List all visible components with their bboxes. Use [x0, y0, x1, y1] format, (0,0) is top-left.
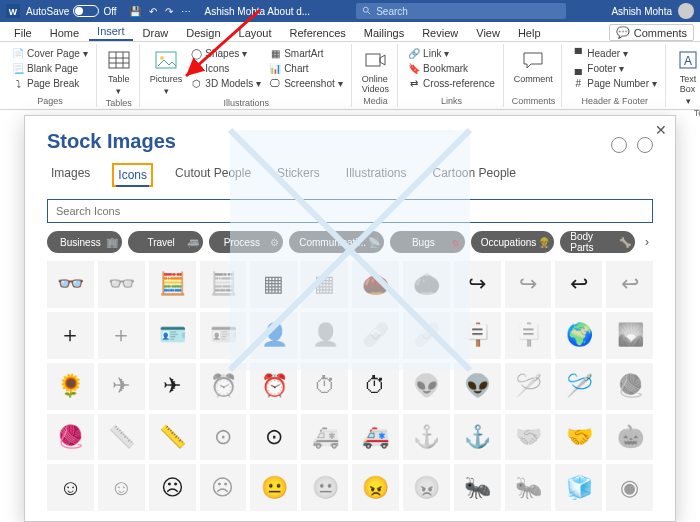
icons-button[interactable]: ✿Icons — [188, 61, 263, 75]
icon-face-happy[interactable]: ☺ — [98, 464, 145, 511]
icon-face-meh[interactable]: 😐 — [250, 464, 297, 511]
icon-plus[interactable]: ＋ — [47, 312, 94, 359]
shapes-button[interactable]: ◯Shapes ▾ — [188, 46, 263, 60]
icon-turn-right[interactable]: ↪ — [454, 261, 501, 308]
icon-needle[interactable]: 🪡 — [505, 363, 552, 410]
tab-insert[interactable]: Insert — [89, 23, 133, 41]
cat-business[interactable]: Business🏢 — [47, 231, 122, 253]
icon-acorn[interactable]: 🌰 — [352, 261, 399, 308]
document-title[interactable]: Ashish Mohta About d... — [205, 6, 311, 17]
icon-button-dots[interactable]: ⊙ — [200, 414, 247, 461]
icon-face-sad[interactable]: ☹ — [200, 464, 247, 511]
icon-africa[interactable]: 🌍 — [555, 312, 602, 359]
icon-antarctica[interactable]: 🧊 — [555, 464, 602, 511]
dlg-tab-stickers[interactable]: Stickers — [273, 163, 324, 187]
cat-bugs[interactable]: Bugs🐞 — [390, 231, 465, 253]
online-videos-button[interactable]: Online Videos — [360, 46, 391, 96]
icon-abacus[interactable]: 🧮 — [200, 261, 247, 308]
avatar[interactable] — [678, 3, 694, 19]
bookmark-button[interactable]: 🔖Bookmark — [406, 61, 497, 75]
cat-process[interactable]: Process⚙ — [209, 231, 284, 253]
icon-hands[interactable]: 🤝 — [505, 414, 552, 461]
icon-id-card[interactable]: 🪪 — [200, 312, 247, 359]
cat-occupations[interactable]: Occupations👷 — [471, 231, 555, 253]
icon-turn-left[interactable]: ↩ — [606, 261, 653, 308]
footer-button[interactable]: ▄Footer ▾ — [570, 61, 659, 75]
icon-ambulance[interactable]: 🚑 — [352, 414, 399, 461]
comment-button[interactable]: Comment — [512, 46, 555, 86]
dlg-tab-cartoon[interactable]: Cartoon People — [429, 163, 520, 187]
3d-models-button[interactable]: ⬡3D Models ▾ — [188, 76, 263, 90]
icon-alarm-clock[interactable]: ⏰ — [200, 363, 247, 410]
redo-icon[interactable]: ↷ — [165, 6, 173, 17]
icon-face-meh[interactable]: 😐 — [301, 464, 348, 511]
icon-bandage[interactable]: 🩹 — [403, 312, 450, 359]
cover-page-button[interactable]: 📄Cover Page ▾ — [10, 46, 90, 60]
icon-measure-tape[interactable]: 📏 — [149, 414, 196, 461]
smartart-button[interactable]: ▦SmartArt — [267, 46, 345, 60]
dlg-tab-images[interactable]: Images — [47, 163, 94, 187]
tab-mailings[interactable]: Mailings — [356, 25, 412, 41]
autosave-toggle[interactable]: AutoSave Off — [26, 5, 117, 17]
icon-ant[interactable]: 🐜 — [505, 464, 552, 511]
icon-aperture[interactable]: ◉ — [606, 464, 653, 511]
icon-yarn[interactable]: 🧶 — [47, 414, 94, 461]
close-icon[interactable]: ✕ — [655, 122, 667, 138]
icon-contact-card[interactable]: 👤 — [301, 312, 348, 359]
icon-airplane[interactable]: ✈ — [149, 363, 196, 410]
cat-body-parts[interactable]: Body Parts🦴 — [560, 231, 635, 253]
dlg-tab-cutout[interactable]: Cutout People — [171, 163, 255, 187]
tab-view[interactable]: View — [468, 25, 508, 41]
icon-face-happy[interactable]: ☺ — [47, 464, 94, 511]
table-button[interactable]: Table▾ — [105, 46, 133, 98]
icon-turn-right[interactable]: ↪ — [505, 261, 552, 308]
page-number-button[interactable]: #Page Number ▾ — [570, 76, 659, 90]
header-button[interactable]: ▀Header ▾ — [570, 46, 659, 60]
icon-anchor[interactable]: ⚓ — [403, 414, 450, 461]
categories-next-icon[interactable]: › — [641, 235, 653, 249]
icon-pumpkin[interactable]: 🎃 — [606, 414, 653, 461]
tab-review[interactable]: Review — [414, 25, 466, 41]
icon-abacus[interactable]: 🧮 — [149, 261, 196, 308]
icon-airplane[interactable]: ✈ — [98, 363, 145, 410]
search-icons-input[interactable] — [47, 199, 653, 223]
icon-id-card[interactable]: 🪪 — [149, 312, 196, 359]
icon-alarm-ring[interactable]: ⏱ — [352, 363, 399, 410]
save-icon[interactable]: 💾 — [129, 6, 141, 17]
icon-ambulance[interactable]: 🚑 — [301, 414, 348, 461]
tab-help[interactable]: Help — [510, 25, 549, 41]
icon-bandage[interactable]: 🩹 — [352, 312, 399, 359]
icon-glasses-3d[interactable]: 👓 — [98, 261, 145, 308]
tab-layout[interactable]: Layout — [231, 25, 280, 41]
tab-references[interactable]: References — [282, 25, 354, 41]
dlg-tab-illustrations[interactable]: Illustrations — [342, 163, 411, 187]
link-button[interactable]: 🔗Link ▾ — [406, 46, 497, 60]
undo-icon[interactable]: ↶ — [149, 6, 157, 17]
icon-plus[interactable]: ＋ — [98, 312, 145, 359]
tab-file[interactable]: File — [6, 25, 40, 41]
icon-ant[interactable]: 🐜 — [454, 464, 501, 511]
icon-needle[interactable]: 🪡 — [555, 363, 602, 410]
comments-button[interactable]: 💬Comments — [609, 24, 694, 41]
user-name[interactable]: Ashish Mohta — [611, 6, 672, 17]
page-break-button[interactable]: ⤵Page Break — [10, 76, 90, 90]
icon-abacus-grid[interactable]: ▦ — [250, 261, 297, 308]
icon-alarm-clock[interactable]: ⏰ — [250, 363, 297, 410]
icon-billboard[interactable]: 🪧 — [454, 312, 501, 359]
icon-field[interactable]: 🌄 — [606, 312, 653, 359]
icon-billboard[interactable]: 🪧 — [505, 312, 552, 359]
search-box[interactable]: Search — [356, 3, 566, 19]
icon-yarn[interactable]: 🧶 — [606, 363, 653, 410]
dlg-tab-icons[interactable]: Icons — [112, 163, 153, 187]
tab-design[interactable]: Design — [178, 25, 228, 41]
text-box-button[interactable]: A Text Box▾ — [674, 46, 700, 108]
icon-alien[interactable]: 👽 — [454, 363, 501, 410]
icon-alien[interactable]: 👽 — [403, 363, 450, 410]
icon-anchor[interactable]: ⚓ — [454, 414, 501, 461]
icon-face-sad[interactable]: ☹ — [149, 464, 196, 511]
qat-more-icon[interactable]: ⋯ — [181, 6, 191, 17]
cat-communication[interactable]: Communicati...📡 — [289, 231, 384, 253]
pictures-button[interactable]: Pictures▾ — [148, 46, 185, 98]
icon-measure-tape[interactable]: 📏 — [98, 414, 145, 461]
icon-acorn[interactable]: 🌰 — [403, 261, 450, 308]
